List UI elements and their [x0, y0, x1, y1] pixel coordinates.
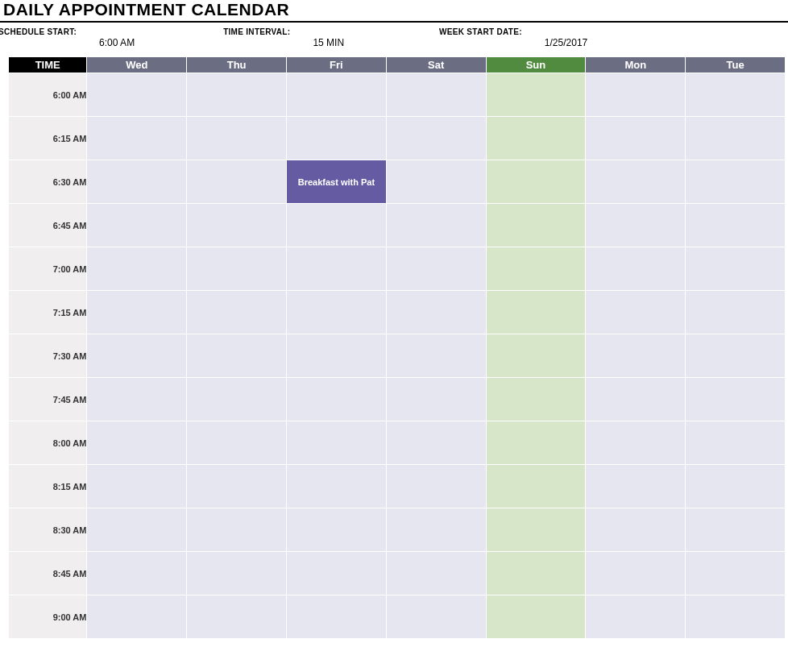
calendar-cell[interactable]	[87, 595, 187, 639]
calendar-cell[interactable]	[486, 552, 586, 595]
calendar-cell[interactable]	[586, 508, 686, 552]
calendar-cell[interactable]	[87, 247, 187, 291]
calendar-cell[interactable]: Breakfast with Pat	[287, 160, 387, 204]
calendar-cell[interactable]	[586, 247, 686, 291]
calendar-cell[interactable]	[87, 508, 187, 552]
calendar-cell[interactable]	[586, 334, 686, 378]
calendar-cell[interactable]	[87, 204, 187, 247]
calendar-cell[interactable]	[486, 247, 586, 291]
calendar-cell[interactable]	[386, 378, 486, 421]
calendar-cell[interactable]	[287, 73, 387, 117]
calendar-cell[interactable]	[187, 378, 287, 421]
calendar-cell[interactable]	[486, 117, 586, 160]
calendar-cell[interactable]	[386, 117, 486, 160]
calendar-cell[interactable]	[87, 465, 187, 508]
calendar-cell[interactable]	[586, 378, 686, 421]
calendar-cell[interactable]	[187, 204, 287, 247]
calendar-cell[interactable]	[386, 595, 486, 639]
calendar-cell[interactable]	[187, 465, 287, 508]
calendar-cell[interactable]	[187, 595, 287, 639]
calendar-cell[interactable]	[586, 117, 686, 160]
calendar-cell[interactable]	[486, 595, 586, 639]
calendar-cell[interactable]	[87, 421, 187, 465]
time-cell: 7:30 AM	[9, 334, 87, 378]
calendar-cell[interactable]	[187, 552, 287, 595]
calendar-cell[interactable]	[87, 117, 187, 160]
calendar-cell[interactable]	[287, 291, 387, 334]
week-start-value[interactable]: 1/25/2017	[522, 26, 587, 48]
calendar-cell[interactable]	[586, 73, 686, 117]
time-interval-value[interactable]: 15 MIN	[290, 26, 344, 48]
day-header-fri: Fri	[287, 57, 387, 73]
calendar-cell[interactable]	[686, 204, 786, 247]
calendar-cell[interactable]	[686, 595, 786, 639]
calendar-cell[interactable]	[87, 378, 187, 421]
calendar-cell[interactable]	[87, 334, 187, 378]
calendar-cell[interactable]	[386, 247, 486, 291]
calendar-cell[interactable]	[187, 247, 287, 291]
calendar-cell[interactable]	[187, 73, 287, 117]
calendar-cell[interactable]	[287, 465, 387, 508]
calendar-cell[interactable]	[386, 291, 486, 334]
calendar-cell[interactable]	[686, 552, 786, 595]
calendar-cell[interactable]	[486, 204, 586, 247]
calendar-cell[interactable]	[586, 421, 686, 465]
calendar-cell[interactable]	[187, 421, 287, 465]
calendar-cell[interactable]	[87, 160, 187, 204]
calendar-cell[interactable]	[287, 117, 387, 160]
calendar-cell[interactable]	[287, 247, 387, 291]
calendar-cell[interactable]	[686, 117, 786, 160]
appointment[interactable]: Breakfast with Pat	[287, 160, 386, 203]
calendar-cell[interactable]	[386, 421, 486, 465]
table-row: 6:45 AM	[9, 204, 786, 247]
calendar-cell[interactable]	[386, 334, 486, 378]
calendar-cell[interactable]	[386, 204, 486, 247]
calendar-cell[interactable]	[386, 73, 486, 117]
calendar-cell[interactable]	[686, 334, 786, 378]
calendar-cell[interactable]	[586, 465, 686, 508]
schedule-start-value[interactable]: 6:00 AM	[77, 26, 135, 48]
calendar-cell[interactable]	[187, 334, 287, 378]
calendar-cell[interactable]	[87, 552, 187, 595]
calendar-cell[interactable]	[287, 378, 387, 421]
calendar-cell[interactable]	[386, 160, 486, 204]
calendar-cell[interactable]	[686, 378, 786, 421]
calendar-cell[interactable]	[87, 291, 187, 334]
calendar-cell[interactable]	[586, 204, 686, 247]
calendar-cell[interactable]	[486, 291, 586, 334]
calendar-cell[interactable]	[486, 73, 586, 117]
calendar-cell[interactable]	[287, 421, 387, 465]
calendar-cell[interactable]	[187, 160, 287, 204]
calendar-cell[interactable]	[686, 508, 786, 552]
calendar-cell[interactable]	[586, 595, 686, 639]
calendar-cell[interactable]	[686, 465, 786, 508]
calendar-cell[interactable]	[287, 552, 387, 595]
table-row: 7:45 AM	[9, 378, 786, 421]
calendar-cell[interactable]	[187, 508, 287, 552]
calendar-cell[interactable]	[386, 508, 486, 552]
calendar-cell[interactable]	[187, 291, 287, 334]
calendar-cell[interactable]	[586, 160, 686, 204]
calendar-cell[interactable]	[486, 334, 586, 378]
calendar-cell[interactable]	[486, 160, 586, 204]
calendar-cell[interactable]	[287, 508, 387, 552]
calendar-cell[interactable]	[287, 334, 387, 378]
calendar-cell[interactable]	[586, 291, 686, 334]
calendar-cell[interactable]	[187, 117, 287, 160]
calendar-cell[interactable]	[386, 552, 486, 595]
calendar-cell[interactable]	[686, 160, 786, 204]
calendar-cell[interactable]	[686, 291, 786, 334]
calendar-cell[interactable]	[586, 552, 686, 595]
calendar-cell[interactable]	[686, 247, 786, 291]
table-row: 6:00 AM	[9, 73, 786, 117]
calendar-cell[interactable]	[386, 465, 486, 508]
calendar-cell[interactable]	[686, 421, 786, 465]
calendar-cell[interactable]	[287, 595, 387, 639]
calendar-cell[interactable]	[87, 73, 187, 117]
calendar-cell[interactable]	[486, 465, 586, 508]
calendar-cell[interactable]	[486, 508, 586, 552]
calendar-cell[interactable]	[287, 204, 387, 247]
calendar-cell[interactable]	[486, 421, 586, 465]
calendar-cell[interactable]	[686, 73, 786, 117]
calendar-cell[interactable]	[486, 378, 586, 421]
